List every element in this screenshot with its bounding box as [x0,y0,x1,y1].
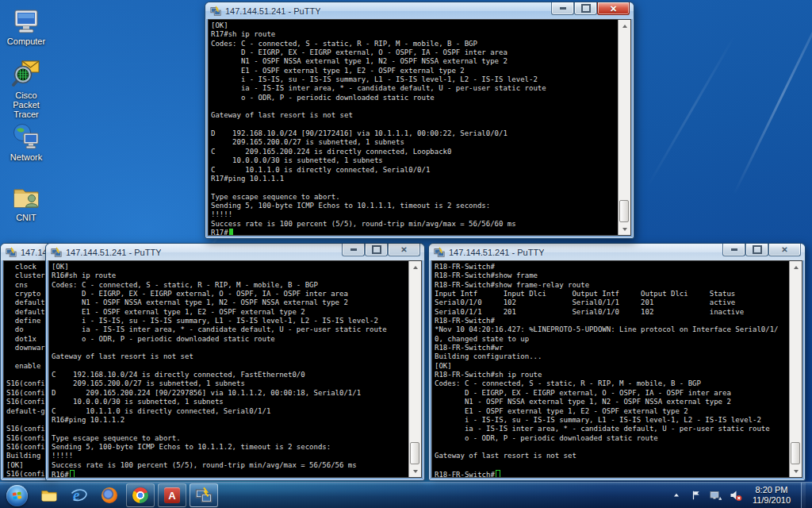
desktop-icon-label: CNIT [2,213,51,222]
desktop-icon-label: Cisco Packet Tracer [2,90,51,119]
putty-icon [195,487,213,504]
minimize-button[interactable] [342,244,365,256]
terminal-client[interactable]: [OK]R17#sh ip routeCodes: C - connected,… [208,19,631,236]
window-title: 147.144.51.241 - PuTTY [66,248,161,257]
up-arrow-icon [672,491,681,500]
desktop-icon-label: Network [2,152,51,162]
scrollbar[interactable] [618,20,630,235]
window-title: 147.144.51.241 - PuTTY [449,248,544,257]
window-title: 147.144.5 [21,248,48,257]
action-center-button[interactable] [690,489,703,502]
internet-explorer-icon: e [70,486,89,505]
folder-user-icon [2,183,51,211]
putty-icon [6,247,17,258]
terminal-client[interactable]: clock cluster cns crypto default default… [3,260,51,478]
desktop-icon-computer[interactable]: Computer [2,6,51,46]
taskbar-item-acrobat[interactable]: A [158,483,186,507]
scroll-down-arrow[interactable] [791,466,801,476]
desktop-icon-cisco-packet-tracer[interactable]: Cisco Packet Tracer [2,60,51,119]
wallpaper-light-streak [733,0,812,195]
scroll-up-arrow[interactable] [791,262,801,272]
close-button[interactable]: ✕ [768,244,801,256]
volume-button[interactable] [730,489,742,502]
network-status-button[interactable] [710,489,722,502]
terminal-output-r18[interactable]: R18-FR-Switch#R18-FR-Switch#show frameR1… [435,263,788,477]
desktop-icon-network[interactable]: Network [2,122,51,162]
putty-icon [210,6,221,17]
show-desktop-button[interactable] [801,483,806,508]
flag-icon [691,490,702,501]
explorer-folder-icon [40,487,58,504]
packet-tracer-icon [2,60,51,89]
scrollbar[interactable] [789,261,802,477]
desktop-icon-cnit-folder[interactable]: CNIT [2,183,51,222]
firefox-icon [102,487,117,503]
putty-icon [434,247,445,258]
taskbar-item-chrome[interactable] [126,483,155,507]
scroll-up-arrow[interactable] [619,21,630,31]
terminal-output-r16[interactable]: [OK]R16#sh ip routeCodes: C - connected,… [52,263,408,477]
close-button[interactable]: ✕ [388,244,420,256]
desktop-icon-label: Computer [2,37,51,46]
putty-window-r16[interactable]: 147.144.51.241 - PuTTY ✕ [OK]R16#sh ip r… [45,243,425,481]
maximize-button[interactable] [574,2,597,15]
scroll-up-arrow[interactable] [410,262,420,272]
window-title: 147.144.51.241 - PuTTY [225,6,320,16]
titlebar[interactable]: 147.144.51.241 - PuTTY ✕ [429,244,805,260]
maximize-button[interactable] [365,244,388,256]
titlebar[interactable]: 147.144.51.241 - PuTTY ✕ [46,244,424,260]
putty-icon [51,247,62,258]
show-hidden-icons-button[interactable] [670,489,683,502]
close-button[interactable]: ✕ [597,2,630,15]
taskbar-item-firefox[interactable] [96,484,123,506]
system-tray: 8:20 PM 11/9/2010 [670,483,812,508]
putty-window-r18[interactable]: 147.144.51.241 - PuTTY ✕ R18-FR-Switch#R… [428,243,806,481]
network-icon [2,122,51,151]
titlebar[interactable]: 147.144.51.241 - PuTTY ✕ [205,2,634,19]
network-icon [710,489,722,502]
taskbar-item-explorer[interactable] [36,484,63,506]
taskbar-item-internet-explorer[interactable]: e [66,484,93,506]
scroll-thumb[interactable] [619,200,629,222]
taskbar: e A [0,482,812,508]
minimize-button[interactable] [722,244,745,256]
terminal-client[interactable]: [OK]R16#sh ip routeCodes: C - connected,… [48,260,422,478]
start-button[interactable] [6,485,28,506]
scroll-thumb[interactable] [791,442,800,464]
minimize-button[interactable] [551,2,574,15]
taskbar-clock[interactable]: 8:20 PM 11/9/2010 [749,485,794,506]
maximize-button[interactable] [745,244,768,256]
computer-icon [2,6,51,35]
wallpaper-light-streak [646,35,736,187]
speaker-muted-icon [730,489,742,502]
chrome-icon [132,487,148,503]
putty-window-r17[interactable]: 147.144.51.241 - PuTTY ✕ [OK]R17#sh ip r… [205,2,634,239]
scroll-down-arrow[interactable] [619,224,630,234]
terminal-output-s16[interactable]: clock cluster cns crypto default default… [6,263,48,477]
terminal-client[interactable]: R18-FR-Switch#R18-FR-Switch#show frameR1… [431,260,802,478]
scroll-down-arrow[interactable] [410,466,420,476]
taskbar-item-putty[interactable] [190,483,218,507]
clock-date: 11/9/2010 [753,495,791,506]
windows-logo-icon [11,490,23,502]
scroll-thumb[interactable] [410,442,419,464]
acrobat-reader-icon: A [164,487,180,503]
scrollbar[interactable] [408,261,421,477]
clock-time: 8:20 PM [753,485,791,495]
terminal-output-r17[interactable]: [OK]R17#sh ip routeCodes: C - connected,… [211,21,617,235]
